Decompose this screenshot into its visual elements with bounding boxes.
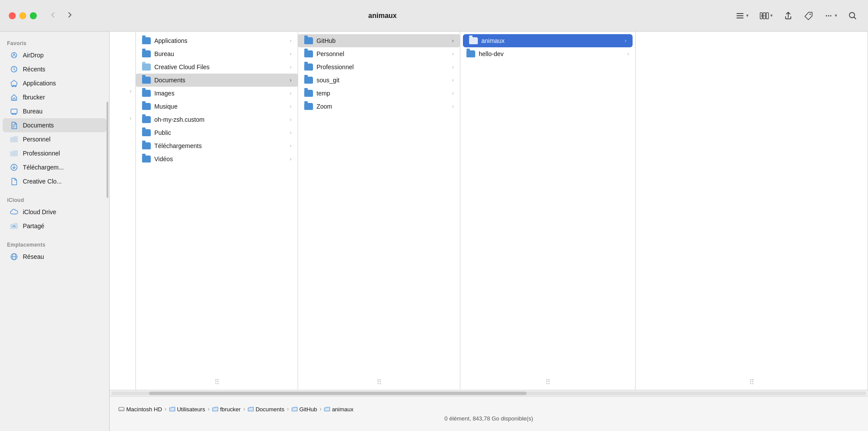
icloud-icon: [10, 208, 18, 216]
breadcrumb-github[interactable]: GitHub: [292, 406, 317, 413]
col-item-images[interactable]: Images ›: [136, 87, 298, 100]
sidebar-item-personnel[interactable]: Personnel: [3, 132, 107, 146]
col2-github-label: GitHub: [317, 37, 448, 44]
sidebar-item-partage[interactable]: Partagé: [3, 219, 107, 233]
horizontal-scrollbar[interactable]: [110, 390, 868, 396]
sous-git-folder-icon: [304, 77, 313, 84]
col1-creative-label: Creative Cloud Files: [154, 64, 286, 71]
col2-temp[interactable]: temp ›: [298, 87, 460, 100]
breadcrumb-macintosh-hd[interactable]: Macintosh HD: [118, 406, 162, 413]
breadcrumb-sep-2: ›: [208, 406, 210, 412]
sidebar-item-bureau[interactable]: Bureau: [3, 104, 107, 118]
sidebar-professionnel-label: Professionnel: [23, 150, 60, 157]
view-columns-button[interactable]: ▾: [758, 9, 775, 22]
images-folder-icon: [142, 90, 151, 97]
documents-bc-folder-icon: [248, 406, 254, 412]
scrollbar-thumb[interactable]: [149, 392, 526, 395]
col1-applications-label: Applications: [154, 37, 286, 44]
col1-documents-chevron: ›: [290, 77, 292, 83]
columns-container[interactable]: › › Applications › Bureau: [110, 32, 868, 390]
col-item-public[interactable]: Public ›: [136, 126, 298, 139]
sidebar-partage-label: Partagé: [23, 223, 44, 230]
sidebar-applications-label: Applications: [23, 80, 56, 87]
toolbar: ▾ ▾: [733, 9, 859, 22]
sidebar-item-icloud-drive[interactable]: iCloud Drive: [3, 205, 107, 219]
col0-chevron: ›: [128, 84, 134, 97]
col-item-oh-my-zsh[interactable]: oh-my-zsh.custom ›: [136, 113, 298, 126]
col-item-documents[interactable]: Documents ›: [136, 74, 298, 87]
col1-documents-label: Documents: [154, 77, 286, 84]
col3-resize-handle[interactable]: ⠿: [545, 378, 551, 386]
col3-animaux[interactable]: animaux ›: [463, 34, 633, 47]
view-list-chevron: ▾: [746, 13, 749, 18]
close-button[interactable]: [9, 12, 16, 19]
col1-images-chevron: ›: [290, 90, 292, 96]
svg-point-7: [826, 15, 827, 16]
col2-resize-handle[interactable]: ⠿: [377, 378, 382, 386]
animaux-bc-folder-icon: [324, 406, 330, 412]
col2-personnel[interactable]: Personnel ›: [298, 47, 460, 60]
col3-animaux-label: animaux: [481, 37, 621, 44]
sidebar-item-documents[interactable]: Documents: [3, 118, 107, 132]
view-list-button[interactable]: ▾: [733, 9, 751, 22]
breadcrumb-animaux[interactable]: animaux: [324, 406, 353, 413]
minimize-button[interactable]: [19, 12, 26, 19]
svg-rect-1: [736, 15, 743, 16]
col-item-videos[interactable]: Vidéos ›: [136, 152, 298, 166]
sidebar-item-recents[interactable]: Récents: [3, 62, 107, 76]
col1-public-label: Public: [154, 129, 286, 136]
musique-folder-icon: [142, 103, 151, 110]
col2-github[interactable]: GitHub ›: [298, 34, 460, 47]
sidebar-bureau-label: Bureau: [23, 108, 43, 115]
col2-zoom-chevron: ›: [452, 103, 454, 110]
sidebar-item-creative-cloud[interactable]: Creative Clo...: [3, 174, 107, 188]
col-item-bureau[interactable]: Bureau ›: [136, 47, 298, 60]
locations-section-label: Emplacements: [0, 238, 109, 250]
svg-point-8: [828, 15, 829, 16]
icloud-section-label: iCloud: [0, 194, 109, 205]
col-item-telechargements[interactable]: Téléchargements ›: [136, 139, 298, 152]
sidebar-item-telechargements[interactable]: Téléchargem...: [3, 160, 107, 174]
tag-button[interactable]: [802, 9, 815, 22]
col2-temp-label: temp: [317, 90, 448, 97]
status-text: 0 élément, 843,78 Go disponible(s): [118, 415, 859, 422]
sidebar-item-airdrop[interactable]: AirDrop: [3, 48, 107, 62]
applications-folder-icon: [142, 37, 151, 44]
creative-cloud-icon: [10, 177, 18, 186]
bureau-icon: [10, 107, 18, 116]
utilisateurs-folder-icon: [169, 406, 175, 412]
col-item-applications[interactable]: Applications ›: [136, 34, 298, 47]
hd-icon: [118, 406, 125, 412]
more-button[interactable]: ▾: [822, 9, 839, 22]
shared-icon: [10, 222, 18, 230]
favorites-section-label: Favoris: [0, 37, 109, 48]
col2-sous-git[interactable]: sous_git ›: [298, 74, 460, 87]
breadcrumb-documents-label: Documents: [256, 406, 285, 413]
col3-hello-dev[interactable]: hello-dev ›: [460, 47, 635, 60]
col4-resize-handle[interactable]: ⠿: [749, 378, 754, 386]
col-item-musique[interactable]: Musique ›: [136, 100, 298, 113]
home-icon: [10, 93, 18, 102]
col2-sous-git-label: sous_git: [317, 77, 448, 84]
sidebar-item-applications[interactable]: Applications: [3, 76, 107, 90]
col1-bureau-chevron: ›: [290, 51, 292, 57]
share-button[interactable]: [782, 9, 795, 22]
breadcrumb-documents[interactable]: Documents: [248, 406, 285, 413]
sidebar-item-professionnel[interactable]: Professionnel: [3, 146, 107, 160]
col2-zoom[interactable]: Zoom ›: [298, 100, 460, 113]
breadcrumb-fbrucker[interactable]: fbrucker: [212, 406, 241, 413]
col2-professionnel[interactable]: Professionnel ›: [298, 60, 460, 74]
sidebar-scrollbar[interactable]: [107, 102, 108, 198]
svg-point-9: [830, 15, 832, 16]
creative-cloud-folder-icon: [142, 64, 151, 71]
col-item-creative-cloud-files[interactable]: Creative Cloud Files ›: [136, 60, 298, 74]
sidebar-item-reseau[interactable]: Réseau: [3, 250, 107, 264]
breadcrumb-sep-5: ›: [320, 406, 321, 412]
professionnel-folder-icon: [10, 149, 18, 158]
bureau-folder-icon: [142, 50, 151, 57]
scrollbar-track: [111, 392, 866, 395]
search-button[interactable]: [846, 9, 859, 22]
breadcrumb-utilisateurs[interactable]: Utilisateurs: [169, 406, 205, 413]
sidebar-item-fbrucker[interactable]: fbrucker: [3, 90, 107, 104]
col1-resize-handle[interactable]: ⠿: [214, 378, 220, 386]
